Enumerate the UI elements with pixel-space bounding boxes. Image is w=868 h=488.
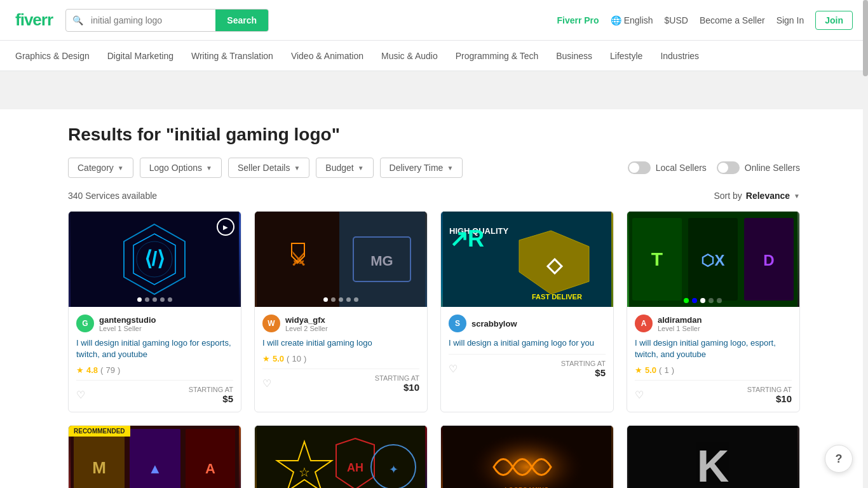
- starting-at-2: STARTING AT: [375, 374, 419, 382]
- logo-options-filter[interactable]: Logo Options ▼: [140, 158, 222, 178]
- card-title-3[interactable]: I will design a initial gaming logo for …: [449, 337, 606, 349]
- chevron-down-icon: ▼: [794, 193, 800, 200]
- card-image-1: ⟨/⟩ ▶: [69, 212, 241, 307]
- card-title-1[interactable]: I will design initial gaming logo for es…: [76, 337, 233, 360]
- starting-at-3: STARTING AT: [561, 360, 606, 367]
- category-filter[interactable]: Category ▼: [68, 158, 133, 178]
- rating-score-4: 5.0: [645, 365, 656, 375]
- favorite-button-4[interactable]: ♡: [635, 389, 644, 401]
- header-nav: Fiverr Pro 🌐 English $USD Become a Selle…: [557, 11, 853, 30]
- main-content: Results for "initial gaming logo" Catego…: [53, 109, 815, 488]
- seller-name-3: scrabbylow: [471, 319, 517, 329]
- svg-text:A: A: [205, 461, 215, 477]
- card-dots-2: [255, 297, 427, 302]
- nav-writing-translation[interactable]: Writing & Translation: [191, 42, 273, 70]
- favorite-button-3[interactable]: ♡: [449, 363, 458, 375]
- nav-business[interactable]: Business: [556, 42, 592, 70]
- card-image-svg-6: ☆ AH ✦: [255, 426, 427, 488]
- nav-digital-marketing[interactable]: Digital Marketing: [107, 42, 173, 70]
- toggle-group: Local Sellers Online Sellers: [628, 161, 800, 174]
- gig-card-1[interactable]: ⟨/⟩ ▶ G gantengstudio: [68, 211, 241, 412]
- search-bar[interactable]: 🔍 Search: [65, 9, 269, 32]
- favorite-button-1[interactable]: ♡: [76, 389, 85, 401]
- become-seller-link[interactable]: Become a Seller: [700, 15, 765, 25]
- scrollbar-thumb[interactable]: [863, 0, 868, 76]
- nav-video-animation[interactable]: Video & Animation: [291, 42, 363, 70]
- card-image-5: RECOMMENDED M ▲ A: [69, 426, 241, 488]
- fiverr-pro-link[interactable]: Fiverr Pro: [557, 15, 599, 25]
- currency-selector[interactable]: $USD: [665, 15, 688, 25]
- dot: [331, 297, 336, 302]
- card-image-6: ☆ AH ✦: [255, 426, 427, 488]
- card-footer-4: ♡ STARTING AT $10: [635, 380, 792, 404]
- nav-music-audio[interactable]: Music & Audio: [381, 42, 438, 70]
- nav-graphics-design[interactable]: Graphics & Design: [15, 42, 90, 70]
- price-3: $5: [561, 367, 606, 378]
- price-1: $5: [189, 393, 233, 404]
- local-sellers-toggle[interactable]: [628, 161, 651, 174]
- card-image-3: HIGH QUALITY ↗R ◇ FAST DELIVER: [441, 212, 613, 307]
- seller-details-filter[interactable]: Seller Details ▼: [228, 158, 309, 178]
- svg-text:▲: ▲: [148, 461, 162, 477]
- search-button[interactable]: Search: [215, 10, 268, 31]
- card-body-2: W widya_gfx Level 2 Seller I will create…: [255, 307, 427, 400]
- scrollbar[interactable]: [863, 0, 868, 488]
- chevron-down-icon: ▼: [294, 165, 300, 172]
- help-button[interactable]: ?: [825, 445, 853, 473]
- sort-by-dropdown[interactable]: Sort by Relevance ▼: [714, 191, 800, 201]
- seller-level-1: Level 1 Seller: [99, 325, 156, 332]
- nav-programming-tech[interactable]: Programming & Tech: [456, 42, 538, 70]
- language-selector[interactable]: 🌐 English: [611, 15, 653, 25]
- gig-card-4[interactable]: T ⬡X D A: [627, 211, 800, 412]
- search-input[interactable]: [83, 10, 215, 30]
- play-button[interactable]: ▶: [217, 218, 234, 236]
- budget-filter[interactable]: Budget ▼: [316, 158, 373, 178]
- online-sellers-toggle[interactable]: [717, 161, 740, 174]
- dot: [137, 297, 142, 302]
- nav-lifestyle[interactable]: Lifestyle: [610, 42, 642, 70]
- price-info-1: STARTING AT $5: [189, 386, 233, 404]
- rating-count-1: (: [100, 365, 103, 375]
- avatar-1: G: [76, 315, 94, 332]
- seller-name-2: widya_gfx: [285, 315, 328, 325]
- chevron-down-icon: ▼: [118, 165, 124, 172]
- gig-card-2[interactable]: ⚔ MG W widya_: [254, 211, 428, 412]
- favorite-button-2[interactable]: ♡: [262, 377, 271, 390]
- svg-text:↗R: ↗R: [449, 226, 484, 252]
- logo[interactable]: fiverr: [15, 10, 53, 30]
- gig-card-6[interactable]: ☆ AH ✦: [254, 425, 428, 488]
- join-button[interactable]: Join: [815, 11, 853, 30]
- gig-card-3[interactable]: HIGH QUALITY ↗R ◇ FAST DELIVER S scrabby…: [440, 211, 614, 412]
- card-title-4[interactable]: I will design initial gaming logo, espor…: [635, 337, 792, 360]
- gig-card-5[interactable]: RECOMMENDED M ▲ A: [68, 425, 241, 488]
- card-image-svg-4: T ⬡X D: [627, 212, 799, 307]
- svg-rect-35: [257, 426, 425, 488]
- chevron-down-icon: ▼: [447, 165, 453, 172]
- online-sellers-label: Online Sellers: [745, 163, 800, 173]
- cards-grid-row2: RECOMMENDED M ▲ A: [68, 425, 800, 488]
- recommended-badge: RECOMMENDED: [69, 426, 130, 437]
- sign-in-link[interactable]: Sign In: [776, 15, 804, 25]
- seller-info-3: S scrabbylow: [449, 315, 606, 332]
- header: fiverr 🔍 Search Fiverr Pro 🌐 English $US…: [0, 0, 868, 41]
- seller-details-4: aldiramdan Level 1 Seller: [658, 315, 702, 332]
- price-info-3: STARTING AT $5: [561, 360, 606, 378]
- svg-text:☆: ☆: [299, 465, 310, 479]
- card-image-8: K or Destiny Gravity: [627, 426, 799, 488]
- delivery-time-filter[interactable]: Delivery Time ▼: [380, 158, 463, 178]
- svg-text:✦: ✦: [389, 463, 398, 476]
- star-icon: ★: [76, 365, 84, 375]
- card-image-svg-1: ⟨/⟩: [69, 212, 241, 307]
- gig-card-7[interactable]: LOOPGAMING: [440, 425, 614, 488]
- card-image-svg-7: LOOPGAMING: [441, 426, 613, 488]
- rating-count-close-1: ): [118, 365, 120, 375]
- nav-industries[interactable]: Industries: [660, 42, 699, 70]
- gig-card-8[interactable]: K or Destiny Gravity: [627, 425, 800, 488]
- results-bar: 340 Services available Sort by Relevance…: [68, 191, 800, 201]
- card-title-2[interactable]: I will create initial gaming logo: [262, 337, 419, 349]
- rating-count-4: (: [659, 365, 661, 375]
- svg-rect-33: [186, 429, 235, 488]
- starting-at-1: STARTING AT: [189, 386, 233, 393]
- rating-score-2: 5.0: [273, 354, 284, 363]
- seller-level-2: Level 2 Seller: [285, 325, 328, 332]
